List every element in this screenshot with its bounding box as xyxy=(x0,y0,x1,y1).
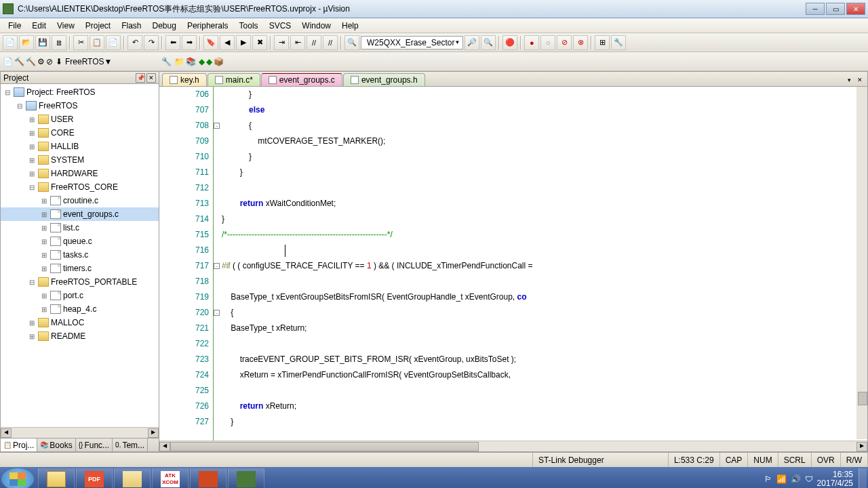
new-file-button[interactable]: 📄 xyxy=(3,35,18,50)
tree-node[interactable]: ⊞queue.c xyxy=(1,235,159,248)
menu-debug[interactable]: Debug xyxy=(147,20,182,32)
tree-node[interactable]: ⊟Project: FreeRTOS xyxy=(1,85,159,99)
editor-tab[interactable]: event_groups.h xyxy=(343,73,425,86)
editor-hscroll[interactable]: ◀ ▶ xyxy=(159,441,867,451)
breakpoint-enable-button[interactable]: ○ xyxy=(540,35,555,50)
tree-node[interactable]: ⊞HARDWARE xyxy=(1,167,159,180)
tree-node[interactable]: ⊟FreeRTOS_PORTABLE xyxy=(1,275,159,289)
tree-node[interactable]: ⊞list.c xyxy=(1,221,159,235)
scroll-right-button[interactable]: ▶ xyxy=(856,442,867,451)
select-packs-button[interactable]: ◆ xyxy=(206,57,212,66)
tree-node[interactable]: ⊞SYSTEM xyxy=(1,153,159,167)
system-tray[interactable]: 🏳 📶 🔊 🛡 16:35 2017/4/25 xyxy=(764,470,859,488)
editor-tab[interactable]: main.c* xyxy=(208,73,260,86)
editor-tab[interactable]: key.h xyxy=(162,73,207,86)
target-combo[interactable]: FreeRTOS▼ xyxy=(65,57,160,66)
menu-tools[interactable]: Tools xyxy=(234,20,264,32)
tree-node[interactable]: ⊞MALLOC xyxy=(1,316,159,329)
batch-build-button[interactable]: ⚙ xyxy=(37,57,45,66)
target-options-button[interactable]: 🔧 xyxy=(161,57,172,66)
tab-functions[interactable]: {}Func... xyxy=(76,439,113,451)
menu-help[interactable]: Help xyxy=(336,20,364,32)
menu-view[interactable]: View xyxy=(52,20,80,32)
tree-node[interactable]: ⊞croutine.c xyxy=(1,194,159,207)
project-tree[interactable]: ⊟Project: FreeRTOS⊟FreeRTOS⊞USER⊞CORE⊞HA… xyxy=(1,84,159,427)
breakpoint-disable-button[interactable]: ⊘ xyxy=(557,35,572,50)
vscroll-thumb[interactable] xyxy=(858,392,867,405)
tree-node[interactable]: ⊞HALLIB xyxy=(1,140,159,153)
panel-pin-button[interactable]: 📌 xyxy=(136,73,145,83)
save-all-button[interactable]: 🗎 xyxy=(52,35,66,50)
hscroll-thumb[interactable] xyxy=(170,442,479,451)
tray-volume-icon[interactable]: 🔊 xyxy=(791,474,801,484)
menu-flash[interactable]: Flash xyxy=(116,20,146,32)
file-ext-button[interactable]: 📁 xyxy=(174,57,184,66)
tree-node[interactable]: ⊟FreeRTOS xyxy=(1,99,159,113)
config-button[interactable]: 🔧 xyxy=(611,35,626,50)
tray-flag-icon[interactable]: 🏳 xyxy=(764,474,772,484)
taskbar-explorer[interactable] xyxy=(38,468,75,488)
panel-close-button[interactable]: ✕ xyxy=(146,73,156,83)
code-text[interactable]: } else { mtCOVERAGE_TEST_MARKER(); } } r… xyxy=(222,87,867,441)
menu-edit[interactable]: Edit xyxy=(26,20,52,32)
comment-button[interactable]: // xyxy=(307,35,321,50)
code-area[interactable]: 7067077087097107117127137147157167177187… xyxy=(159,87,867,441)
tree-node[interactable]: ⊟FreeRTOS_CORE xyxy=(1,180,159,194)
indent-button[interactable]: ⇥ xyxy=(274,35,289,50)
tree-node[interactable]: ⊞event_groups.c xyxy=(1,207,159,221)
uncomment-button[interactable]: // xyxy=(323,35,338,50)
tray-shield-icon[interactable]: 🛡 xyxy=(805,474,813,484)
editor-vscroll[interactable] xyxy=(856,87,867,439)
tab-templates[interactable]: 0.Tem... xyxy=(113,439,148,451)
find-combo[interactable]: W25QXX_Erase_Sector▼ xyxy=(361,36,463,49)
breakpoint-kill-button[interactable]: ⊗ xyxy=(573,35,588,50)
menu-peripherals[interactable]: Peripherals xyxy=(182,20,234,32)
editor-tab[interactable]: event_groups.c xyxy=(261,73,342,86)
close-button[interactable]: ✕ xyxy=(846,3,865,15)
outdent-button[interactable]: ⇤ xyxy=(290,35,305,50)
tabs-close-button[interactable]: ✕ xyxy=(855,77,865,86)
find-button[interactable]: 🔍 xyxy=(344,35,359,50)
scroll-left-button[interactable]: ◀ xyxy=(159,442,170,451)
minimize-button[interactable]: ─ xyxy=(806,3,825,15)
find-in-files-button[interactable]: 🔎 xyxy=(465,35,479,50)
maximize-button[interactable]: ▭ xyxy=(826,3,845,15)
taskbar-atk[interactable]: ATK XCOM xyxy=(152,468,189,488)
clock[interactable]: 16:35 2017/4/25 xyxy=(817,470,853,488)
bookmark-clear-button[interactable]: ✖ xyxy=(252,35,267,50)
bookmark-next-button[interactable]: ▶ xyxy=(236,35,251,50)
undo-button[interactable]: ↶ xyxy=(127,35,142,50)
paste-button[interactable]: 📄 xyxy=(106,35,121,50)
tree-node[interactable]: ⊞heap_4.c xyxy=(1,302,159,316)
tree-node[interactable]: ⊞CORE xyxy=(1,126,159,140)
tree-node[interactable]: ⊞port.c xyxy=(1,289,159,302)
cut-button[interactable]: ✂ xyxy=(73,35,88,50)
tabs-menu-button[interactable]: ▾ xyxy=(844,77,854,86)
menu-svcs[interactable]: SVCS xyxy=(264,20,297,32)
tree-node[interactable]: ⊞timers.c xyxy=(1,262,159,275)
tray-network-icon[interactable]: 📶 xyxy=(776,474,787,484)
copy-button[interactable]: 📋 xyxy=(90,35,104,50)
menu-file[interactable]: File xyxy=(3,20,26,32)
pack-installer-button[interactable]: 📦 xyxy=(214,57,224,66)
tree-node[interactable]: ⊞README xyxy=(1,329,159,343)
stop-build-button[interactable]: ⊘ xyxy=(46,57,53,66)
bookmark-prev-button[interactable]: ◀ xyxy=(220,35,235,50)
nav-back-button[interactable]: ⬅ xyxy=(165,35,180,50)
start-button[interactable] xyxy=(1,468,34,488)
download-button[interactable]: ⬇ xyxy=(56,57,62,66)
tab-project[interactable]: 📋Proj... xyxy=(1,439,37,451)
tab-books[interactable]: 📚Books xyxy=(37,439,75,451)
manage-books-button[interactable]: 📚 xyxy=(186,57,196,66)
translate-button[interactable]: 📄 xyxy=(3,57,13,66)
taskbar-uvision[interactable] xyxy=(228,468,264,488)
rebuild-button[interactable]: 🔨 xyxy=(26,57,36,66)
nav-forward-button[interactable]: ➡ xyxy=(182,35,197,50)
breakpoint-insert-button[interactable]: ● xyxy=(524,35,539,50)
taskbar-pdf[interactable]: PDF xyxy=(76,468,113,488)
scroll-right-button[interactable]: ▶ xyxy=(148,428,159,438)
taskbar-ppt[interactable] xyxy=(190,468,226,488)
debug-start-button[interactable]: 🔴 xyxy=(502,35,517,50)
window-layout-button[interactable]: ⊞ xyxy=(595,35,610,50)
build-button[interactable]: 🔨 xyxy=(14,57,24,66)
